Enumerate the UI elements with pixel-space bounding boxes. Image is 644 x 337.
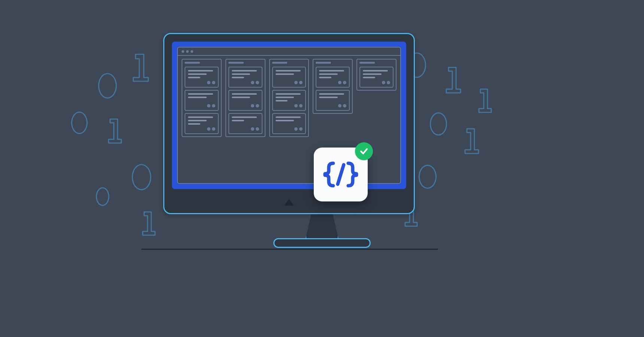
monitor-neck <box>305 214 339 240</box>
card-avatars-icon <box>207 127 215 131</box>
card-avatars-icon <box>294 81 303 84</box>
kanban-card <box>316 90 350 111</box>
traffic-light-icon <box>186 50 189 53</box>
binary-one-icon <box>475 86 493 115</box>
card-avatars-icon <box>294 104 303 107</box>
card-avatars-icon <box>207 81 215 84</box>
kanban-column <box>269 59 309 137</box>
binary-zero-icon <box>430 112 447 136</box>
kanban-card <box>272 90 306 111</box>
kanban-column <box>313 59 353 114</box>
kanban-card <box>185 113 219 134</box>
binary-one-icon <box>128 51 151 85</box>
kanban-column <box>182 59 222 137</box>
column-title-placeholder <box>359 62 375 64</box>
binary-zero-icon <box>132 164 151 190</box>
kanban-column <box>225 59 265 137</box>
card-avatars-icon <box>207 104 215 107</box>
browser-titlebar <box>178 48 400 56</box>
monitor-screen <box>172 42 406 189</box>
column-title-placeholder <box>272 62 288 64</box>
traffic-light-icon <box>182 50 184 53</box>
traffic-light-icon <box>191 50 193 53</box>
binary-zero-icon <box>98 73 117 98</box>
code-braces-icon <box>322 160 359 189</box>
card-avatars-icon <box>338 104 346 107</box>
illustration-stage <box>0 0 644 337</box>
binary-zero-icon <box>71 112 88 134</box>
eject-icon <box>284 199 294 206</box>
kanban-card <box>272 113 306 134</box>
checkmark-badge <box>355 142 373 160</box>
code-badge <box>314 148 368 201</box>
kanban-card <box>228 113 262 134</box>
svg-line-0 <box>338 165 344 184</box>
column-title-placeholder <box>316 62 331 64</box>
card-avatars-icon <box>251 127 259 131</box>
column-title-placeholder <box>228 62 244 64</box>
binary-one-icon <box>461 126 481 157</box>
card-avatars-icon <box>251 81 259 84</box>
card-avatars-icon <box>294 127 303 131</box>
binary-zero-icon <box>419 165 437 189</box>
kanban-column <box>356 59 397 91</box>
card-avatars-icon <box>251 104 259 107</box>
kanban-card <box>272 67 306 88</box>
kanban-card <box>185 67 219 88</box>
kanban-card <box>359 67 394 88</box>
kanban-card <box>228 90 262 111</box>
binary-one-icon <box>139 209 157 238</box>
card-avatars-icon <box>338 81 346 84</box>
card-avatars-icon <box>382 81 390 84</box>
binary-zero-icon <box>96 187 109 206</box>
desk-line <box>142 249 438 250</box>
binary-one-icon <box>442 64 463 97</box>
monitor-base <box>273 238 371 248</box>
monitor-frame <box>163 33 415 214</box>
column-title-placeholder <box>185 62 200 64</box>
kanban-card <box>185 90 219 111</box>
kanban-card <box>316 67 350 88</box>
binary-one-icon <box>104 116 124 146</box>
kanban-card <box>228 67 262 88</box>
checkmark-icon <box>359 146 369 156</box>
